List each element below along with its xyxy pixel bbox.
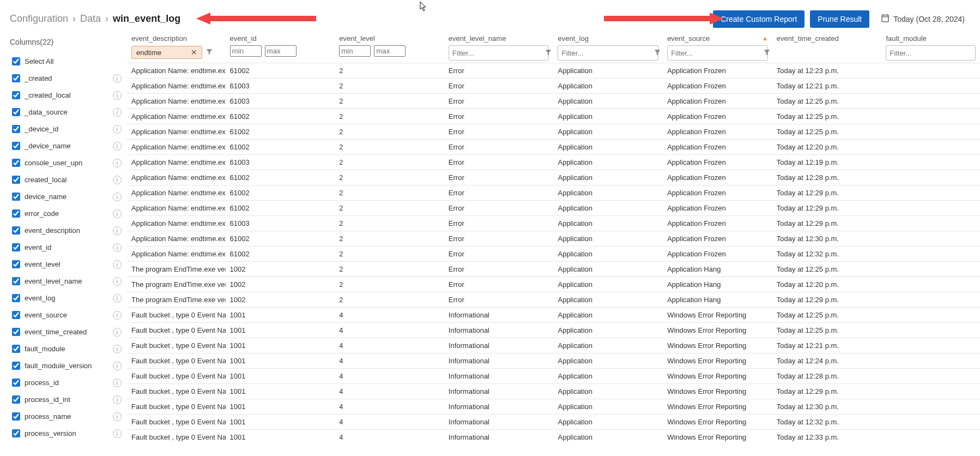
date-range-picker[interactable]: Today (Oct 28, 2024) <box>875 10 970 28</box>
info-icon[interactable]: i <box>113 209 122 218</box>
col-header-event_log[interactable]: event_log <box>558 34 588 43</box>
table-row[interactable]: The program EndTime.exe versi10022ErrorA… <box>127 277 980 292</box>
info-icon[interactable]: i <box>113 379 122 387</box>
column-checkbox[interactable] <box>12 328 20 336</box>
info-icon[interactable]: i <box>113 311 122 320</box>
info-icon[interactable]: i <box>113 226 122 235</box>
table-row[interactable]: Fault bucket , type 0 Event Nam10014Info… <box>127 415 980 430</box>
info-icon[interactable]: i <box>113 362 122 370</box>
event_id-min-input[interactable] <box>230 45 262 57</box>
info-icon[interactable]: i <box>113 395 122 404</box>
info-icon[interactable]: i <box>113 345 122 353</box>
table-row[interactable]: Application Name: endtime.exe610032Error… <box>127 94 980 109</box>
table-cell: Application <box>553 63 663 79</box>
info-icon[interactable]: i <box>113 277 122 286</box>
sort-asc-icon[interactable]: ▲ <box>762 35 768 41</box>
table-cell: Fault bucket , type 0 Event Nam <box>127 369 226 384</box>
column-checkbox[interactable] <box>12 395 20 404</box>
column-checkbox[interactable] <box>12 294 20 302</box>
column-checkbox[interactable] <box>12 362 20 370</box>
info-icon[interactable]: i <box>113 108 122 117</box>
col-header-event_time_created[interactable]: event_time_created <box>777 34 839 43</box>
col-header-fault_module[interactable]: fault_module <box>886 34 926 43</box>
info-icon[interactable]: i <box>113 328 122 337</box>
table-row[interactable]: The program EndTime.exe versi10022ErrorA… <box>127 262 980 277</box>
fault_module-filter-input[interactable] <box>890 49 980 57</box>
table-row[interactable]: Application Name: endtime.exe610022Error… <box>127 201 980 216</box>
clear-filter-icon[interactable]: ✕ <box>189 48 199 57</box>
column-checkbox[interactable] <box>12 379 20 387</box>
info-icon[interactable]: i <box>113 294 122 303</box>
info-icon[interactable]: i <box>113 243 122 252</box>
column-checkbox[interactable] <box>12 412 20 421</box>
info-icon[interactable]: i <box>113 159 122 167</box>
table-row[interactable]: Application Name: endtime.exe610032Error… <box>127 79 980 94</box>
table-row[interactable]: Application Name: endtime.exe610022Error… <box>127 124 980 140</box>
table-row[interactable]: Application Name: endtime.exe610022Error… <box>127 247 980 262</box>
column-checkbox[interactable] <box>12 429 20 437</box>
info-icon[interactable]: i <box>113 176 122 184</box>
event_source-filter-input[interactable] <box>671 49 763 57</box>
info-icon[interactable]: i <box>113 429 122 438</box>
col-header-event_level_name[interactable]: event_level_name <box>449 34 506 43</box>
column-checkbox[interactable] <box>12 74 20 82</box>
filter-icon[interactable] <box>654 46 661 60</box>
column-checkbox[interactable] <box>12 209 20 218</box>
table-row[interactable]: Fault bucket , type 0 Event Nam10014Info… <box>127 308 980 323</box>
event_level-min-input[interactable] <box>339 45 371 57</box>
table-row[interactable]: Application Name: endtime.exe610022Error… <box>127 109 980 124</box>
breadcrumb-root[interactable]: Configuration <box>10 13 68 25</box>
info-icon[interactable]: i <box>113 125 122 134</box>
column-checkbox[interactable] <box>12 108 20 116</box>
column-checkbox[interactable] <box>12 91 20 99</box>
info-icon[interactable]: i <box>113 91 122 100</box>
table-row[interactable]: Fault bucket , type 0 Event Nam10014Info… <box>127 399 980 415</box>
column-checkbox[interactable] <box>12 260 20 268</box>
column-checkbox[interactable] <box>12 345 20 353</box>
info-icon[interactable]: i <box>113 193 122 201</box>
info-icon[interactable]: i <box>113 74 122 83</box>
table-row[interactable]: The program EndTime.exe versi10022ErrorA… <box>127 292 980 308</box>
table-row[interactable]: Application Name: endtime.exe610022Error… <box>127 170 980 185</box>
table-row[interactable]: Application Name: endtime.exe610032Error… <box>127 216 980 231</box>
table-row[interactable]: Application Name: endtime.exe610032Error… <box>127 155 980 170</box>
col-header-event_description[interactable]: event_description <box>131 34 187 43</box>
table-row[interactable]: Fault bucket , type 0 Event Nam10014Info… <box>127 338 980 353</box>
column-checkbox[interactable] <box>12 125 20 133</box>
table-row[interactable]: Fault bucket , type 0 Event Nam10014Info… <box>127 384 980 399</box>
breadcrumb-data[interactable]: Data <box>80 13 101 25</box>
column-checkbox[interactable] <box>12 159 20 167</box>
filter-icon[interactable] <box>763 46 771 60</box>
event_level_name-filter-input[interactable] <box>452 49 545 57</box>
table-row[interactable]: Fault bucket , type 0 Event Nam10014Info… <box>127 323 980 338</box>
info-icon[interactable]: i <box>113 260 122 269</box>
create-custom-report-button[interactable]: Create Custom Report <box>713 10 804 28</box>
column-checkbox[interactable] <box>12 193 20 201</box>
select-all-checkbox[interactable] <box>12 57 20 65</box>
col-header-event_id[interactable]: event_id <box>230 34 257 43</box>
column-checkbox[interactable] <box>12 277 20 285</box>
filter-icon[interactable] <box>203 45 215 59</box>
col-header-event_level[interactable]: event_level <box>339 34 375 43</box>
column-checkbox[interactable] <box>12 142 20 150</box>
info-icon[interactable]: i <box>113 412 122 421</box>
prune-result-button[interactable]: Prune Result <box>810 10 869 28</box>
column-checkbox[interactable] <box>12 243 20 251</box>
table-row[interactable]: Fault bucket , type 0 Event Nam10014Info… <box>127 430 980 445</box>
table-row[interactable]: Application Name: endtime.exe610022Error… <box>127 140 980 155</box>
table-row[interactable]: Fault bucket , type 0 Event Nam10014Info… <box>127 369 980 384</box>
column-checkbox[interactable] <box>12 176 20 184</box>
event_id-max-input[interactable] <box>265 45 297 57</box>
event_level-max-input[interactable] <box>374 45 406 57</box>
info-icon[interactable]: i <box>113 142 122 151</box>
col-header-event_source[interactable]: event_source <box>667 34 710 43</box>
table-row[interactable]: Application Name: endtime.exe610022Error… <box>127 63 980 79</box>
column-checkbox[interactable] <box>12 226 20 235</box>
table-row[interactable]: Fault bucket , type 0 Event Nam10014Info… <box>127 353 980 369</box>
column-checkbox[interactable] <box>12 311 20 319</box>
event_log-filter-input[interactable] <box>561 49 654 57</box>
table-row[interactable]: Application Name: endtime.exe610022Error… <box>127 231 980 247</box>
filter-icon[interactable] <box>545 46 552 60</box>
table-row[interactable]: Application Name: endtime.exe610022Error… <box>127 185 980 201</box>
table-cell: Today at 12:25 p.m. <box>772 262 882 277</box>
